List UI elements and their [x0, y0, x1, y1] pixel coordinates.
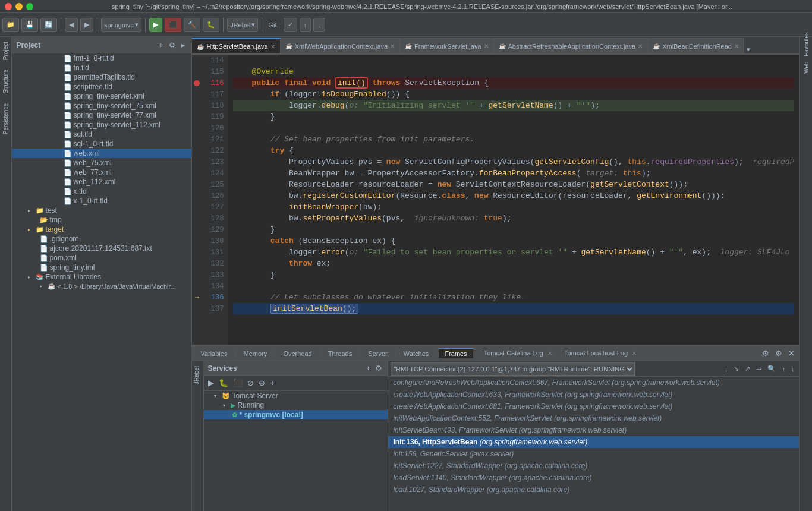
tree-item-ajcore[interactable]: 📄 ajcore.20201117.124531.687.txt	[12, 244, 192, 253]
tree-item-tmp[interactable]: 📂 tmp	[12, 215, 192, 225]
frame-initservlet[interactable]: initServlet:1227, StandardWrapper (org.a…	[388, 460, 799, 472]
services-add2-btn[interactable]: +	[268, 377, 276, 389]
debug-run-to-cursor[interactable]: ⇒	[754, 364, 764, 374]
tab-close-btn[interactable]: ✕	[734, 43, 739, 49]
tree-item-test[interactable]: ▸ 📁 test	[12, 206, 192, 215]
tree-item-iml[interactable]: 📄 spring_tiny.iml	[12, 263, 192, 272]
frame-configure[interactable]: configureAndRefreshWebApplicationContext…	[388, 377, 799, 389]
tree-item-fn[interactable]: 📄 fn.tld	[12, 63, 192, 72]
frame-init158[interactable]: init:158, GenericServlet (javax.servlet)	[388, 448, 799, 460]
run-button[interactable]: ▶	[149, 18, 162, 32]
services-expand-btn[interactable]: ⊕	[257, 377, 267, 389]
tree-item-sql-rt[interactable]: 📄 sql-1_0-rt.tld	[12, 139, 192, 149]
tab-xmlwebapp[interactable]: ☕ XmlWebApplicationContext.java ✕	[281, 38, 400, 53]
tree-item-web112[interactable]: 📄 web_112.xml	[12, 177, 192, 187]
thread-selector[interactable]: "RMI TCP Connection(2)-127.0.0.1"@1,747 …	[391, 362, 635, 376]
sidebar-label-project[interactable]: Project	[0, 37, 11, 65]
bottom-panel-gear-btn[interactable]: ⚙	[773, 348, 784, 359]
services-springmvc[interactable]: ✿ * springmvc [local]	[204, 410, 388, 419]
tab-overflow-btn[interactable]: ▾	[744, 46, 753, 53]
git-push-btn[interactable]: ↑	[300, 18, 311, 32]
tree-item-web77[interactable]: 📄 web_77.xml	[12, 168, 192, 177]
tree-item-target[interactable]: ▸ 📁 target	[12, 225, 192, 234]
debug-up-frame[interactable]: ↑	[779, 364, 788, 374]
frame-load[interactable]: load:1027, StandardWrapper (org.apache.c…	[388, 484, 799, 496]
services-filter-btn[interactable]: ⊘	[246, 377, 256, 389]
right-web-icon[interactable]: Web	[801, 63, 811, 72]
toolbar-debug-btn[interactable]: 🐛	[203, 18, 219, 32]
services-run-btn[interactable]: ▶	[206, 377, 216, 389]
toolbar-save-btn[interactable]: 💾	[21, 18, 38, 32]
tree-item-jvm[interactable]: ▸ ☕ < 1.8 > /Library/Java/JavaVirtualMac…	[12, 282, 192, 291]
debug-step-into[interactable]: ↘	[731, 364, 741, 374]
maximize-button[interactable]	[26, 3, 33, 10]
toolbar-forward-btn[interactable]: ▶	[80, 18, 93, 32]
tab-close-btn[interactable]: ✕	[390, 43, 395, 49]
tree-item-x-rt[interactable]: 📄 x-1_0-rt.tld	[12, 196, 192, 206]
services-stop-btn[interactable]: ⬛	[231, 377, 244, 389]
debug-down-frame[interactable]: ↓	[789, 364, 797, 374]
jrebel-side-label[interactable]: JRebel	[192, 361, 203, 389]
tree-item-webxml[interactable]: 📄 web.xml	[12, 149, 192, 158]
project-settings-btn[interactable]: ⚙	[167, 40, 177, 51]
project-dropdown[interactable]: springmvc ▾	[101, 18, 141, 32]
debug-tab-frames[interactable]: Frames	[439, 348, 473, 358]
tree-item-permitted[interactable]: 📄 permittedTaglibs.tld	[12, 72, 192, 82]
frame-initservletbean[interactable]: initServletBean:493, FrameworkServlet (o…	[388, 424, 799, 436]
toolbar-build-btn[interactable]: 🔨	[184, 18, 200, 32]
stop-button[interactable]: ⬛	[165, 18, 181, 32]
debug-tab-variables[interactable]: Variables	[194, 349, 233, 358]
debug-tab-threads[interactable]: Threads	[322, 349, 358, 358]
tree-item-scriptfree[interactable]: 📄 scriptfree.tld	[12, 82, 192, 92]
tab-xmlbeandefinition[interactable]: ☕ XmlBeanDefinitionRead ✕	[648, 38, 744, 53]
tree-item-servlet77[interactable]: 📄 spring_tiny-servlet_77.xml	[12, 111, 192, 120]
tab-close-btn[interactable]: ✕	[638, 43, 643, 49]
services-settings-btn[interactable]: ⚙	[373, 362, 384, 374]
services-running[interactable]: ▾ ▶ Running	[204, 400, 388, 410]
git-update-btn[interactable]: ✓	[284, 18, 297, 32]
close-button[interactable]	[5, 3, 12, 10]
debug-step-over[interactable]: ↓	[722, 364, 731, 374]
tab-httpservletbean[interactable]: ☕ HttpServletBean.java ✕	[192, 38, 280, 53]
tree-item-web75[interactable]: 📄 web_75.xml	[12, 158, 192, 168]
sidebar-label-persistence[interactable]: Persistence	[0, 99, 11, 139]
project-add-btn[interactable]: +	[157, 40, 165, 51]
bottom-panel-settings-btn[interactable]: ⚙	[760, 348, 771, 359]
git-pull-btn[interactable]: ↓	[313, 18, 325, 32]
project-collapse-btn[interactable]: ▸	[180, 40, 187, 51]
code-content[interactable]: @Override public final void init() throw…	[228, 55, 799, 345]
bottom-panel-close-btn[interactable]: ✕	[786, 348, 797, 359]
tree-item-servlet75[interactable]: 📄 spring_tiny-servlet_75.xml	[12, 101, 192, 111]
toolbar-project-btn[interactable]: 📁	[2, 18, 19, 32]
frame-createwebapp1[interactable]: createWebApplicationContext:633, Framewo…	[388, 389, 799, 400]
tree-item-fmt[interactable]: 📄 fmt-1_0-rt.tld	[12, 53, 192, 63]
frame-initwebapp[interactable]: initWebApplicationContext:552, Framework…	[388, 412, 799, 424]
tree-item-sql[interactable]: 📄 sql.tld	[12, 130, 192, 139]
debug-tab-server[interactable]: Server	[362, 349, 393, 358]
bottom-tab-catalina[interactable]: Tomcat Catalina Log ✕	[478, 348, 558, 359]
toolbar-refresh-btn[interactable]: 🔄	[40, 18, 57, 32]
services-debug-btn[interactable]: 🐛	[217, 377, 230, 389]
debug-evaluate[interactable]: 🔍	[765, 364, 778, 374]
tree-item-pom[interactable]: 📄 pom.xml	[12, 253, 192, 263]
tree-item-x[interactable]: 📄 x.tld	[12, 187, 192, 196]
jrebel-dropdown[interactable]: JRebel ▾	[227, 18, 258, 32]
catalina-tab-close[interactable]: ✕	[547, 350, 552, 357]
tree-item-external-libs[interactable]: ▸ 📚 External Libraries	[12, 272, 192, 282]
tab-close-btn[interactable]: ✕	[270, 43, 275, 50]
services-tomcat-server[interactable]: ▾ 🐱 Tomcat Server	[204, 391, 388, 400]
debug-tab-overhead[interactable]: Overhead	[277, 349, 317, 358]
debug-tab-watches[interactable]: Watches	[398, 349, 435, 358]
tree-item-servlet-xml[interactable]: 📄 spring_tiny-servlet.xml	[12, 92, 192, 101]
frame-createwebapp2[interactable]: createWebApplicationContext:681, Framewo…	[388, 400, 799, 412]
minimize-button[interactable]	[15, 3, 23, 10]
debug-step-out[interactable]: ↗	[742, 364, 753, 374]
frame-init136[interactable]: init:136, HttpServletBean (org.springfra…	[388, 436, 799, 448]
sidebar-label-structure[interactable]: Structure	[0, 65, 11, 99]
bottom-tab-localhost[interactable]: Tomcat Localhost Log ✕	[558, 348, 643, 359]
localhost-tab-close[interactable]: ✕	[632, 350, 637, 357]
tree-item-servlet112[interactable]: 📄 spring_tiny-servlet_112.xml	[12, 120, 192, 130]
tab-close-btn[interactable]: ✕	[484, 43, 489, 49]
debug-tab-memory[interactable]: Memory	[238, 349, 273, 358]
tab-abstractrefreshable[interactable]: ☕ AbstractRefreshableApplicationContext.…	[494, 38, 649, 53]
